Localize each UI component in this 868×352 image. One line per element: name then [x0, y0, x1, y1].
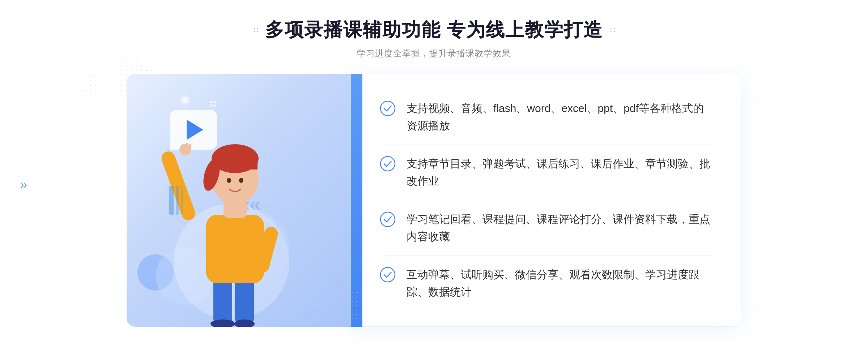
feature-item-4: 互动弹幕、试听购买、微信分享、观看次数限制、学习进度跟踪、数据统计 — [380, 259, 712, 307]
feature-item-2: 支持章节目录、弹题考试、课后练习、课后作业、章节测验、批改作业 — [380, 149, 712, 196]
feature-item-3: 学习笔记回看、课程提问、课程评论打分、课件资料下载，重点内容收藏 — [380, 204, 712, 252]
feature-text-4: 互动弹幕、试听购买、微信分享、观看次数限制、学习进度跟踪、数据统计 — [407, 266, 712, 301]
decorative-dots-left: ∷ — [254, 25, 258, 35]
page-subtitle: 学习进度全掌握，提升录播课教学效果 — [254, 48, 614, 59]
chevron-left-icon: » — [20, 177, 27, 192]
feature-text-2: 支持章节目录、弹题考试、课后练习、课后作业、章节测验、批改作业 — [407, 155, 712, 190]
svg-rect-21 — [182, 144, 185, 152]
check-icon-3 — [380, 211, 396, 227]
decorative-dots-right: ∷ — [610, 25, 614, 35]
divider-1 — [380, 145, 712, 145]
page-title: 多项录播课辅助功能 专为线上教学打造 — [265, 17, 603, 43]
feature-text-3: 学习笔记回看、课程提问、课程评论打分、课件资料下载，重点内容收藏 — [407, 211, 712, 245]
check-icon-4 — [380, 267, 396, 283]
svg-point-26 — [180, 95, 190, 105]
divider-3 — [380, 256, 712, 256]
svg-point-31 — [380, 156, 395, 171]
svg-rect-28 — [176, 186, 179, 215]
blue-bar — [351, 74, 362, 327]
svg-point-32 — [380, 212, 395, 227]
title-row: ∷ 多项录播课辅助功能 专为线上教学打造 ∷ — [254, 17, 614, 43]
svg-rect-27 — [169, 186, 174, 215]
svg-point-18 — [227, 178, 231, 183]
page-container: » ∷ 多项录播课辅助功能 专为线上教学打造 ∷ 学习进度全掌握，提升录播课教学… — [0, 0, 868, 352]
illustration-panel: « « — [127, 74, 351, 327]
features-panel: 支持视频、音频、flash、word、excel、ppt、pdf等各种格式的资源… — [351, 74, 741, 327]
feature-item-1: 支持视频、音频、flash、word、excel、ppt、pdf等各种格式的资源… — [380, 93, 712, 141]
svg-point-33 — [380, 267, 395, 282]
svg-point-30 — [380, 101, 395, 116]
check-icon-1 — [380, 100, 396, 116]
feature-text-1: 支持视频、音频、flash、word、excel、ppt、pdf等各种格式的资源… — [407, 100, 712, 134]
svg-rect-22 — [186, 143, 188, 150]
divider-2 — [380, 200, 712, 200]
svg-point-19 — [239, 178, 243, 183]
svg-rect-10 — [206, 215, 264, 283]
svg-rect-29 — [181, 186, 183, 215]
check-icon-2 — [380, 156, 396, 172]
main-content: « « — [127, 74, 741, 327]
svg-rect-23 — [189, 144, 191, 151]
figure-illustration: « « — [127, 74, 351, 327]
header-section: ∷ 多项录播课辅助功能 专为线上教学打造 ∷ 学习进度全掌握，提升录播课教学效果 — [254, 17, 614, 59]
